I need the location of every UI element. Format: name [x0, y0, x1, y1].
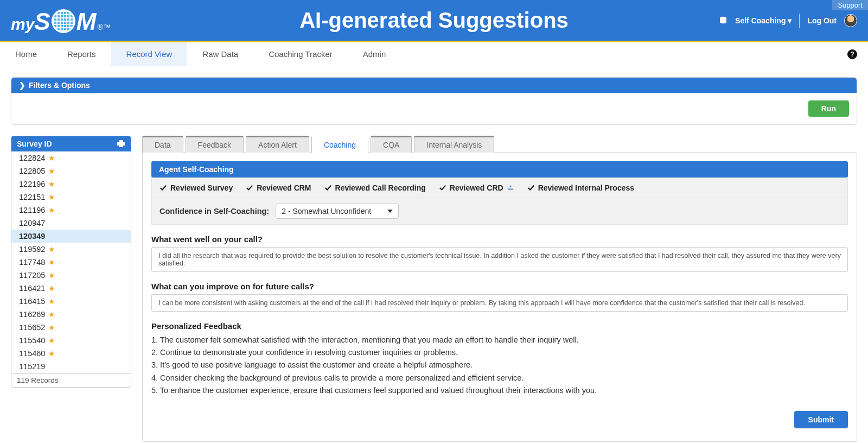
feedback-item: 2. Continue to demonstrate your confiden… [151, 346, 848, 359]
survey-list[interactable]: 122824★122805★122196★122151★121196★12094… [11, 151, 131, 373]
feedback-item: 5. To enhance the customer experience, e… [151, 384, 848, 397]
print-icon[interactable] [117, 140, 125, 148]
survey-row[interactable]: 115219 [11, 360, 131, 373]
nav-coaching-tracker[interactable]: Coaching Tracker [253, 42, 348, 66]
review-checks-row: Reviewed SurveyReviewed CRMReviewed Call… [151, 178, 848, 198]
avatar[interactable] [844, 14, 857, 27]
nav-home[interactable]: Home [0, 42, 52, 66]
survey-row[interactable]: 117748★ [11, 256, 131, 269]
star-icon: ★ [48, 297, 55, 306]
q1-label: What went well on your call? [151, 235, 848, 244]
star-icon: ★ [48, 271, 55, 280]
chevron-right-icon: ❯ [19, 81, 25, 90]
feedback-item: 3. It's good to use positive language to… [151, 359, 848, 371]
q2-answer[interactable]: I can be more consistent with asking cus… [151, 294, 848, 312]
run-button[interactable]: Run [808, 100, 849, 117]
star-icon: ★ [48, 154, 55, 162]
tab-action-alert[interactable]: Action Alert [246, 136, 309, 153]
submit-button[interactable]: Submit [794, 411, 848, 428]
logo[interactable]: mySM®™ [11, 6, 111, 35]
feedback-item: 1. The customer felt somewhat satisfied … [151, 334, 848, 346]
survey-row[interactable]: 115540★ [11, 334, 131, 347]
star-icon: ★ [48, 180, 55, 188]
star-icon: ★ [48, 167, 55, 175]
survey-row[interactable]: 122196★ [11, 178, 131, 191]
survey-row[interactable]: 122805★ [11, 164, 131, 178]
logout-link[interactable]: Log Out [807, 16, 837, 25]
confidence-select[interactable]: 2 - Somewhat Unconfident [276, 204, 399, 219]
survey-row[interactable]: 116415★ [11, 295, 131, 308]
feedback-item: 4. Consider checking the background of p… [151, 372, 848, 384]
survey-row[interactable]: 115460★ [11, 347, 131, 360]
survey-row[interactable]: 116269★ [11, 308, 131, 321]
section-title: Agent Self-Coaching [151, 161, 848, 178]
chevron-down-icon [387, 210, 393, 213]
survey-row[interactable]: 122824★ [11, 151, 131, 164]
tab-coaching[interactable]: Coaching [311, 136, 368, 153]
nav-raw-data[interactable]: Raw Data [187, 42, 253, 66]
check-reviewed-internal-process[interactable]: Reviewed Internal Process [527, 183, 634, 192]
confidence-label: Confidence in Self-Coaching: [159, 207, 269, 216]
survey-row[interactable]: 122151★ [11, 191, 131, 204]
star-icon: ★ [48, 323, 55, 332]
survey-row[interactable]: 121196★ [11, 204, 131, 217]
star-icon: ★ [48, 193, 55, 201]
q1-answer[interactable]: I did all the research that was required… [151, 247, 848, 272]
tab-feedback[interactable]: Feedback [186, 136, 244, 153]
logo-q-icon [52, 9, 75, 33]
support-link[interactable]: Support [832, 0, 868, 10]
feedback-title: Personalized Feedback [151, 321, 848, 331]
survey-row[interactable]: 120947 [11, 217, 131, 230]
star-icon: ★ [48, 336, 55, 345]
survey-count: 119 Records [11, 373, 131, 387]
tab-internal-analysis[interactable]: Internal Analysis [414, 136, 494, 153]
check-reviewed-call-recording[interactable]: Reviewed Call Recording [324, 183, 426, 192]
star-icon: ★ [48, 310, 55, 319]
check-reviewed-crd[interactable]: Reviewed CRD [439, 183, 514, 192]
mode-selector[interactable]: Self Coaching ▾ [735, 16, 792, 25]
star-icon: ★ [48, 258, 55, 267]
filters-panel: ❯ Filters & Options Run [11, 77, 857, 125]
survey-row[interactable]: 115652★ [11, 321, 131, 334]
main-nav: HomeReportsRecord ViewRaw DataCoaching T… [0, 42, 868, 66]
page-title: AI-generated Suggestions [299, 8, 569, 33]
survey-row[interactable]: 117205★ [11, 269, 131, 282]
confidence-row: Confidence in Self-Coaching: 2 - Somewha… [151, 198, 848, 225]
survey-row[interactable]: 116421★ [11, 282, 131, 295]
survey-panel-title: Survey ID [17, 140, 52, 148]
survey-row[interactable]: 120349 [11, 230, 131, 243]
nav-reports[interactable]: Reports [52, 42, 111, 66]
star-icon: ★ [48, 284, 55, 293]
download-icon[interactable] [507, 183, 514, 192]
coaching-card: Agent Self-Coaching Reviewed SurveyRevie… [142, 152, 857, 442]
feedback-list: 1. The customer felt somewhat satisfied … [151, 334, 848, 397]
tab-data[interactable]: Data [142, 136, 183, 153]
star-icon: ★ [48, 206, 55, 214]
help-icon[interactable]: ? [847, 49, 857, 59]
record-tabs: DataFeedbackAction AlertCoachingCQAInter… [142, 136, 857, 153]
star-icon: ★ [48, 349, 55, 358]
survey-panel: Survey ID 122824★122805★122196★122151★12… [11, 136, 131, 388]
check-reviewed-crm[interactable]: Reviewed CRM [246, 183, 311, 192]
nav-admin[interactable]: Admin [348, 42, 401, 66]
tab-cqa[interactable]: CQA [371, 136, 412, 153]
q2-label: What can you improve on for future calls… [151, 282, 848, 291]
survey-row[interactable]: 119592★ [11, 243, 131, 256]
filters-toggle[interactable]: ❯ Filters & Options [11, 78, 857, 93]
nav-record-view[interactable]: Record View [111, 42, 188, 66]
database-icon [719, 16, 727, 25]
check-reviewed-survey[interactable]: Reviewed Survey [159, 183, 233, 192]
topbar: Support mySM®™ AI-generated Suggestions … [0, 0, 868, 42]
star-icon: ★ [48, 245, 55, 254]
